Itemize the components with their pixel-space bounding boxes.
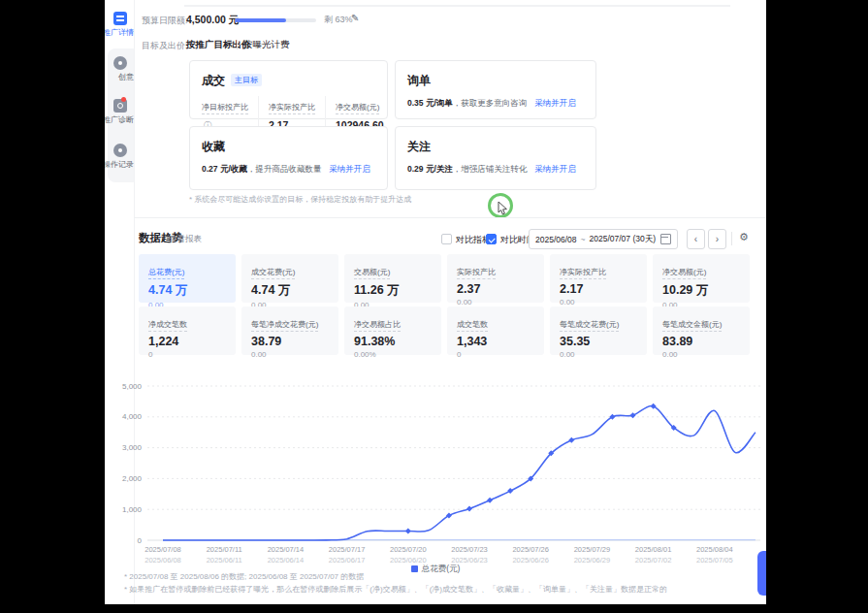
svg-text:2025/08/04: 2025/08/04 (696, 545, 733, 554)
svg-text:2025/07/11: 2025/07/11 (207, 545, 242, 554)
side-float-button[interactable] (757, 551, 766, 596)
budget-edit-icon[interactable]: ✎ (351, 13, 359, 23)
legend-marker (411, 565, 418, 572)
goal-bar-label: 目标及出价: (142, 40, 188, 52)
chart-footnote-2: * 如果推广在暂停或删除前已经获得了曝光，那么在暂停或删除后展示「(净)交易额」… (124, 584, 667, 595)
goal-card-inquiry: 询单 0.35 元/询单，获取更多意向咨询采纳并开启 (395, 60, 596, 119)
diagnose-icon (113, 99, 127, 113)
goal-option-exposure[interactable]: 按曝光计费 (243, 39, 290, 51)
history-icon (113, 144, 127, 157)
adopt-enable-link[interactable]: 采纳并开启 (534, 164, 576, 174)
view-report-link[interactable]: 查看报表 (169, 234, 202, 245)
adopt-enable-link[interactable]: 采纳并开启 (329, 164, 370, 174)
sidebar-item-creative[interactable]: 创意 (105, 56, 134, 82)
goal-card-favorite: 收藏 0.27 元/收藏，提升商品收藏数量采纳并开启 (189, 126, 388, 190)
sidebar-item-label: 创意 (105, 72, 134, 82)
sidebar-item-diagnose[interactable]: 推广诊断 (105, 99, 134, 125)
adopt-enable-link[interactable]: 采纳并开启 (534, 98, 576, 108)
metric-card[interactable]: 成交花费(元)4.74 万0.00 (241, 254, 338, 303)
section-divider (134, 217, 766, 218)
toolbar-separator (731, 232, 732, 245)
goal-card-follow: 关注 0.29 元/关注，增强店铺关注转化采纳并开启 (395, 126, 596, 190)
metric-card[interactable]: 净实际投产比2.170.00 (550, 254, 647, 303)
legend-label: 总花费(元) (422, 564, 461, 573)
svg-text:2025/07/08: 2025/07/08 (145, 545, 181, 554)
svg-text:2025/07/17: 2025/07/17 (329, 545, 366, 554)
budget-progress-bar (235, 18, 316, 22)
metric-card[interactable]: 每笔成交金额(元)83.890.00 (653, 306, 750, 355)
goal-option-target-bid[interactable]: 按推广目标出价 (186, 39, 251, 51)
metric-card[interactable]: 每笔净成交花费(元)38.790.00 (241, 306, 338, 355)
metric-card[interactable]: 净成交笔数1,2240 (139, 306, 236, 355)
date-range-input[interactable]: 2025/06/08 ~ 2025/07/07 (30天) (529, 229, 678, 249)
svg-text:2025/07/14: 2025/07/14 (268, 545, 305, 554)
top-divider (184, 5, 730, 7)
prev-period-button[interactable]: ‹ (687, 229, 705, 249)
goal-card-title: 成交 (202, 73, 225, 89)
calendar-icon (660, 234, 671, 244)
metric-card[interactable]: 实际投产比2.370.00 (447, 254, 544, 303)
detail-icon (113, 12, 127, 25)
mouse-cursor-icon (498, 202, 509, 215)
budget-amount: 4,500.00 元 (186, 14, 239, 27)
gear-icon[interactable]: ⚙ (739, 231, 749, 243)
metric-card[interactable]: 净交易额占比91.38%0.00% (344, 306, 441, 355)
svg-text:2025/07/29: 2025/07/29 (574, 545, 611, 554)
sidebar-item-label: 操作记录 (105, 159, 134, 170)
goal-section-note: * 系统会尽可能达成你设置的目标，保持稳定投放有助于提升达成 (189, 194, 411, 205)
budget-progress-fill (235, 18, 286, 22)
metric-card-grid: 总花费(元)4.74 万0.00 成交花费(元)4.74 万0.00 交易额(元… (139, 254, 750, 355)
metric-card[interactable]: 成交笔数1,3430 (447, 306, 544, 355)
goal-option-separator (237, 40, 238, 49)
sidebar-item-label: 推广详情 (105, 27, 134, 38)
primary-goal-badge: 主目标 (231, 74, 262, 86)
campaign-detail-page: 推广详情 创意 推广诊断 操作记录 预算日限额: 4,500.00 元 剩 63… (105, 0, 766, 604)
metric-card-total-cost[interactable]: 总花费(元)4.74 万0.00 (139, 254, 236, 303)
sidebar-item-detail[interactable]: 推广详情 (105, 12, 134, 38)
goal-card-primary: 成交主目标 净目标投产比ⓘ 2.45✎ 净实际投产比 2.17 净交易额(元) … (189, 60, 388, 119)
compare-time-checkbox[interactable] (486, 234, 497, 244)
compare-metric-checkbox[interactable] (441, 234, 452, 244)
metric-card[interactable]: 净交易额(元)10.29 万0.00 (653, 254, 750, 303)
sidebar: 推广详情 创意 推广诊断 操作记录 (105, 0, 135, 604)
creative-icon (113, 56, 127, 70)
chart-footnote-1: * 2025/07/08 至 2025/08/06 的数据; 2025/06/0… (124, 571, 364, 582)
budget-remaining: 剩 63% (324, 14, 353, 26)
trend-line-chart: 01,0002,0003,0004,0005,0002025/07/082025… (105, 376, 766, 570)
budget-label: 预算日限额: (142, 15, 188, 27)
svg-text:2025/08/01: 2025/08/01 (635, 545, 672, 554)
svg-text:2025/07/23: 2025/07/23 (451, 545, 488, 554)
notification-dot (121, 97, 126, 102)
next-period-button[interactable]: › (708, 229, 726, 249)
sidebar-item-history[interactable]: 操作记录 (105, 144, 134, 170)
svg-text:2025/07/20: 2025/07/20 (390, 545, 427, 554)
sidebar-item-label: 推广诊断 (105, 114, 134, 125)
metric-card[interactable]: 每笔成交花费(元)35.350.00 (550, 306, 647, 355)
svg-text:0: 0 (138, 536, 143, 545)
metric-card[interactable]: 交易额(元)11.26 万0.00 (344, 254, 441, 303)
svg-text:2025/07/26: 2025/07/26 (512, 545, 549, 554)
